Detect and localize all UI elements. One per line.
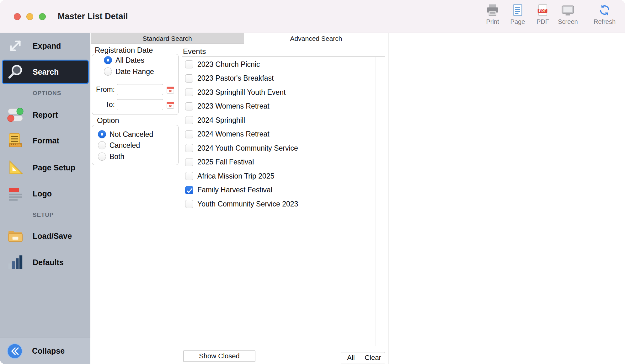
sidebar-section-options: OPTIONS [33, 90, 61, 97]
event-row[interactable]: 2023 Pastor's Breakfast [182, 72, 375, 86]
event-row[interactable]: Family Harvest Festival [182, 183, 375, 197]
event-label: Africa Mission Trip 2025 [197, 172, 274, 180]
both-radio[interactable] [98, 153, 106, 161]
sidebar-item-search-label: Search [33, 67, 59, 77]
from-date-row: From: [92, 84, 178, 95]
pdf-icon: PDF [537, 4, 548, 16]
clear-button[interactable]: Clear [361, 352, 385, 363]
select-all-label: All [347, 354, 355, 362]
sidebar-item-report[interactable]: Report [0, 103, 90, 127]
format-icon [6, 131, 24, 150]
event-label: 2024 Womens Retreat [197, 130, 270, 138]
sidebar-item-format[interactable]: Format [0, 128, 90, 153]
sidebar-item-logo-label: Logo [33, 189, 52, 198]
page-button[interactable]: Page [506, 4, 529, 25]
all-dates-radio[interactable] [104, 56, 112, 64]
sidebar-item-load-save[interactable]: Load/Save [0, 224, 90, 248]
collapse-icon [6, 343, 23, 360]
minimize-button[interactable] [26, 13, 33, 20]
all-clear-segment: All Clear [341, 352, 385, 363]
sidebar-item-page-setup-label: Page Setup [33, 163, 75, 172]
app-window: Master List Detail Print [0, 0, 625, 364]
sidebar-item-page-setup[interactable]: Page Setup [0, 155, 90, 180]
event-checkbox[interactable] [185, 60, 193, 68]
option-group-label: Option [97, 116, 119, 125]
event-checkbox[interactable] [185, 102, 193, 110]
event-row[interactable]: 2024 Youth Community Service [182, 141, 375, 155]
events-rows: 2023 Church Picnic 2023 Pastor's Breakfa… [182, 57, 375, 345]
page-icon [512, 4, 523, 16]
event-row[interactable]: 2024 Womens Retreat [182, 127, 375, 142]
select-all-button[interactable]: All [341, 352, 361, 363]
event-row[interactable]: 2024 Springhill [182, 113, 375, 127]
print-label: Print [486, 18, 499, 25]
to-calendar-button[interactable] [166, 100, 175, 110]
refresh-button[interactable]: Refresh [592, 4, 617, 25]
tab-advanced-search[interactable]: Advanced Search [244, 33, 388, 44]
to-date-row: To: [92, 99, 178, 110]
not-canceled-label: Not Canceled [110, 130, 153, 139]
radio-row-all-dates[interactable]: All Dates [104, 56, 144, 65]
event-checkbox[interactable] [185, 144, 193, 152]
date-range-radio[interactable] [104, 67, 112, 76]
toolbar-divider [586, 5, 586, 24]
panel-divider [388, 33, 388, 364]
radio-row-date-range[interactable]: Date Range [104, 67, 154, 76]
to-date-input[interactable] [117, 99, 163, 110]
radio-row-not-canceled[interactable]: Not Canceled [98, 130, 153, 139]
report-toggles-icon [6, 106, 24, 124]
event-checkbox[interactable] [185, 88, 193, 96]
event-checkbox[interactable] [185, 116, 193, 124]
tab-standard-search[interactable]: Standard Search [91, 33, 244, 44]
page-setup-icon [6, 158, 24, 177]
event-checkbox[interactable] [185, 172, 193, 180]
bar-chart-icon [6, 253, 24, 271]
to-label: To: [92, 100, 115, 109]
sidebar-item-logo[interactable]: Logo [0, 181, 90, 206]
event-row[interactable]: 2025 Fall Festival [182, 155, 375, 169]
logo-icon [6, 185, 24, 203]
not-canceled-radio[interactable] [98, 130, 106, 138]
event-checkbox[interactable] [185, 130, 193, 138]
show-closed-button[interactable]: Show Closed [183, 351, 255, 362]
sidebar-item-defaults[interactable]: Defaults [0, 250, 90, 275]
event-checkbox[interactable] [185, 74, 193, 83]
page-label: Page [510, 18, 525, 25]
pdf-label: PDF [537, 18, 549, 25]
event-row[interactable]: 2023 Church Picnic [182, 57, 375, 72]
search-icon [6, 63, 24, 81]
sidebar-item-expand[interactable]: Expand [0, 34, 90, 58]
sidebar-item-search[interactable]: Search [2, 60, 89, 84]
close-button[interactable] [14, 13, 21, 20]
event-row[interactable]: Africa Mission Trip 2025 [182, 169, 375, 183]
print-button[interactable]: Print [481, 4, 504, 25]
sidebar: Expand Search OPTIONS Report [0, 33, 90, 364]
event-label: 2023 Pastor's Breakfast [197, 74, 274, 83]
toolbar: Print Page PDF [481, 4, 617, 25]
events-scrollbar[interactable] [376, 57, 385, 346]
pdf-button[interactable]: PDF PDF [531, 4, 554, 25]
event-row[interactable]: Youth Community Service 2023 [182, 197, 375, 211]
sidebar-item-collapse[interactable]: Collapse [0, 338, 90, 364]
event-row[interactable]: 2023 Springhill Youth Event [182, 85, 375, 99]
event-checkbox[interactable] [185, 158, 193, 166]
sidebar-item-load-save-label: Load/Save [33, 232, 72, 241]
event-checkbox[interactable] [185, 200, 193, 208]
zoom-button[interactable] [39, 13, 46, 20]
printer-icon [485, 4, 500, 16]
event-label: 2024 Springhill [197, 116, 245, 125]
sidebar-item-report-label: Report [33, 110, 58, 120]
radio-row-canceled[interactable]: Canceled [98, 141, 140, 150]
event-checkbox[interactable] [185, 186, 193, 194]
event-row[interactable]: 2023 Womens Retreat [182, 99, 375, 114]
radio-row-both[interactable]: Both [98, 152, 124, 161]
screen-button[interactable]: Screen [556, 4, 580, 25]
event-label: 2023 Springhill Youth Event [197, 88, 286, 97]
from-date-input[interactable] [117, 84, 163, 95]
both-label: Both [110, 153, 124, 161]
event-label: Youth Community Service 2023 [197, 200, 298, 208]
from-calendar-button[interactable] [166, 85, 175, 94]
event-label: Family Harvest Festival [197, 186, 272, 194]
sidebar-item-collapse-label: Collapse [32, 346, 65, 356]
canceled-radio[interactable] [98, 141, 106, 149]
